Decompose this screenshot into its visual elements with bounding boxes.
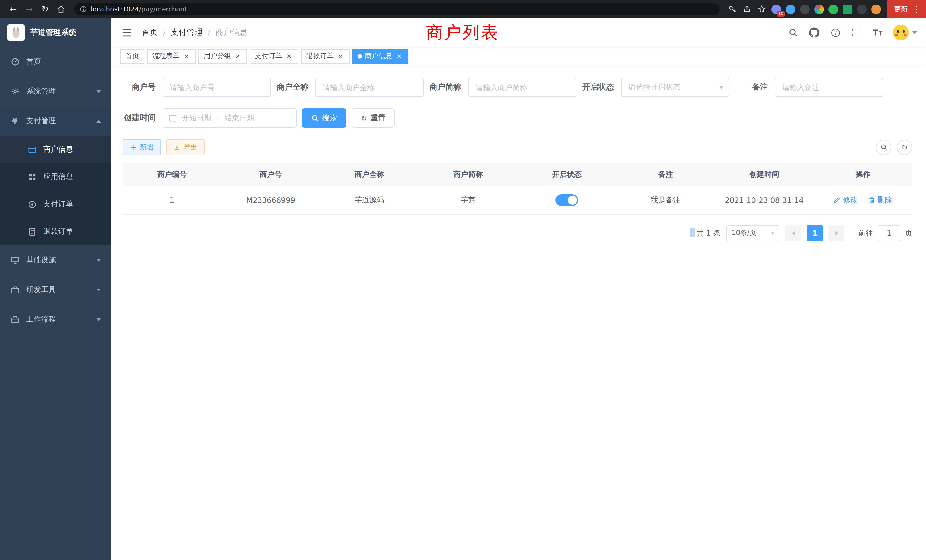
goto-page: 前往 页 (858, 225, 912, 241)
end-date-placeholder[interactable]: 结束日期 (224, 113, 254, 123)
page-content: 商户号 商户全称 商户简称 开启状态 请选择开启状态 (111, 66, 926, 560)
page-info-icon[interactable] (80, 6, 87, 12)
chevron-down-icon: ▾ (771, 229, 774, 237)
tab-home[interactable]: 首页 (120, 49, 144, 64)
sidebar-item-payment[interactable]: ¥ 支付管理 (0, 106, 111, 136)
sidebar-item-merchant-info[interactable]: 商户信息 (0, 136, 111, 163)
forward-button[interactable]: → (22, 2, 36, 17)
close-tab-icon[interactable]: × (183, 52, 191, 60)
browser-extension-icon[interactable] (786, 4, 796, 14)
browser-extension-icon[interactable] (800, 4, 809, 14)
edit-button[interactable]: 修改 (834, 195, 858, 205)
sidebar-item-dev-tools[interactable]: 研发工具 (0, 275, 111, 304)
browser-extension-icon[interactable] (857, 4, 867, 14)
address-bar[interactable]: localhost:1024/pay/merchant (74, 3, 720, 15)
help-icon[interactable]: ? (830, 27, 841, 38)
fullscreen-icon[interactable] (851, 27, 862, 38)
browser-update-button[interactable]: 更新 ⋮ (887, 0, 926, 18)
merchant-no-label: 商户号 (123, 82, 162, 92)
status-toggle[interactable] (555, 194, 578, 206)
tab-user-group[interactable]: 用户分组 × (198, 49, 247, 64)
browser-menu-kebab-icon[interactable]: ⋮ (912, 5, 920, 14)
reset-button[interactable]: ↻ 重置 (352, 108, 395, 128)
show-search-toggle-button[interactable] (876, 139, 891, 155)
share-icon[interactable] (740, 2, 754, 16)
sidebar-item-home[interactable]: 首页 (0, 47, 111, 76)
sidebar-item-label: 工作流程 (26, 314, 56, 324)
user-avatar[interactable] (893, 24, 917, 41)
logo-image (8, 24, 24, 41)
refresh-table-button[interactable]: ↻ (897, 139, 912, 155)
active-tab-dot (357, 54, 362, 59)
browser-extension-icon[interactable] (829, 4, 838, 14)
close-tab-icon[interactable]: × (395, 52, 403, 60)
navbar-actions: ? (787, 24, 917, 41)
create-time-range-picker[interactable]: 开始日期 - 结束日期 (162, 108, 297, 128)
close-tab-icon[interactable]: × (285, 52, 293, 60)
sidebar-item-system[interactable]: 系统管理 (0, 76, 111, 106)
refund-order-icon (27, 227, 36, 236)
sidebar: 芋道管理系统 首页 系统管理 ¥ 支付管理 (0, 18, 111, 560)
tab-pay-order[interactable]: 支付订单 × (250, 49, 298, 64)
page-size-select[interactable]: 10条/页 ▾ (726, 225, 779, 241)
merchant-full-name-input[interactable] (315, 77, 424, 97)
close-tab-icon[interactable]: × (234, 52, 242, 60)
search-icon[interactable] (787, 27, 799, 38)
remark-input[interactable] (775, 77, 883, 97)
back-button[interactable]: ← (6, 2, 21, 17)
browser-extension-icon[interactable] (843, 4, 852, 14)
sidebar-toggle-icon[interactable] (120, 26, 133, 39)
password-key-icon[interactable] (725, 2, 739, 16)
sidebar-item-label: 支付管理 (26, 116, 56, 126)
col-header-full-name: 商户全称 (320, 163, 419, 186)
search-button[interactable]: 搜索 (302, 108, 346, 128)
col-header-merchant-id: 商户编号 (123, 163, 221, 186)
extensions-puzzle-icon[interactable]: 10 (772, 4, 781, 14)
total-count: 共 1 条 (690, 228, 721, 238)
add-button[interactable]: 新增 (123, 139, 161, 155)
merchant-short-name-input[interactable] (468, 77, 576, 97)
cell-short-name: 芋艿 (419, 186, 517, 215)
font-size-icon[interactable] (872, 27, 883, 38)
bookmark-star-icon[interactable] (755, 2, 769, 16)
merchant-short-name-label: 商户简称 (429, 82, 468, 92)
app-title: 芋道管理系统 (30, 27, 76, 38)
github-icon[interactable] (808, 27, 820, 38)
tab-refund-order[interactable]: 退款订单 × (301, 49, 350, 64)
pay-order-icon (27, 200, 36, 209)
sidebar-logo[interactable]: 芋道管理系统 (0, 18, 111, 47)
merchant-no-input[interactable] (162, 77, 271, 97)
status-select[interactable]: 请选择开启状态 ▾ (621, 77, 729, 97)
browser-profile-avatar[interactable] (871, 4, 881, 14)
sidebar-item-label: 支付订单 (43, 199, 73, 209)
sidebar-item-workflow[interactable]: 工作流程 (0, 304, 111, 334)
next-page-button[interactable] (829, 225, 844, 241)
dashboard-icon (10, 57, 20, 66)
sidebar-item-pay-order[interactable]: 支付订单 (0, 191, 111, 218)
start-date-placeholder[interactable]: 开始日期 (182, 113, 212, 123)
export-button[interactable]: 导出 (166, 139, 205, 155)
tab-process-form[interactable]: 流程表单 × (147, 49, 195, 64)
delete-button[interactable]: 删除 (868, 195, 892, 205)
col-header-create-time: 创建时间 (715, 163, 814, 186)
prev-page-button[interactable] (785, 225, 801, 241)
sidebar-item-refund-order[interactable]: 退款订单 (0, 218, 111, 245)
reload-button[interactable]: ↻ (38, 2, 53, 17)
breadcrumb-home[interactable]: 首页 (142, 27, 158, 38)
sidebar-item-app-info[interactable]: 应用信息 (0, 163, 111, 191)
extension-badge: 10 (777, 11, 785, 16)
filter-row-1: 商户号 商户全称 商户简称 开启状态 请选择开启状态 (123, 77, 912, 97)
sidebar-item-infrastructure[interactable]: 基础设施 (0, 245, 111, 275)
home-button[interactable] (54, 2, 68, 17)
col-header-short-name: 商户简称 (419, 163, 517, 186)
close-tab-icon[interactable]: × (336, 52, 344, 60)
remark-label: 备注 (752, 82, 775, 92)
tab-merchant-info[interactable]: 商户信息 × (353, 49, 408, 64)
goto-page-input[interactable] (878, 225, 900, 241)
browser-extension-icon[interactable] (814, 4, 824, 14)
sidebar-item-label: 首页 (26, 56, 41, 67)
cell-full-name: 芋道源码 (320, 186, 419, 215)
breadcrumb-payment[interactable]: 支付管理 (171, 27, 203, 38)
page-1-button[interactable]: 1 (807, 225, 823, 241)
cell-merchant-no: M233666999 (221, 186, 320, 215)
